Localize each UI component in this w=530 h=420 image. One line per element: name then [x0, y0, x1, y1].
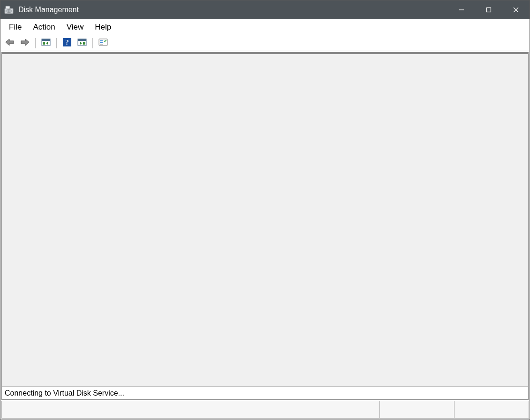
toolbar-separator	[56, 38, 57, 48]
minimize-button[interactable]	[448, 0, 475, 19]
volume-list-body	[2, 54, 528, 386]
toolbar-separator	[35, 38, 36, 48]
content-area: Connecting to Virtual Disk Service...	[0, 51, 530, 420]
back-button[interactable]	[3, 37, 16, 49]
svg-rect-21	[100, 40, 103, 41]
graphical-view-pane	[1, 401, 529, 419]
svg-rect-17	[78, 39, 86, 41]
svg-marker-8	[6, 39, 14, 46]
svg-rect-19	[83, 42, 85, 45]
details-view-icon	[77, 38, 87, 48]
menu-bar: File Action View Help	[0, 19, 530, 35]
close-button[interactable]	[502, 0, 530, 19]
properties-icon	[98, 38, 108, 47]
legend-cell-unallocated	[1, 401, 380, 419]
help-button[interactable]: ?	[61, 37, 74, 49]
window-controls	[448, 0, 530, 19]
volume-list-pane: Connecting to Virtual Disk Service...	[1, 52, 529, 400]
svg-rect-11	[42, 39, 50, 41]
forward-arrow-icon	[20, 38, 30, 48]
menu-view[interactable]: View	[61, 21, 90, 34]
app-icon	[4, 6, 14, 14]
forward-button[interactable]	[18, 37, 31, 49]
legend-cell-other	[454, 401, 529, 419]
svg-marker-9	[21, 39, 29, 46]
menu-help[interactable]: Help	[89, 21, 117, 34]
status-message: Connecting to Virtual Disk Service...	[5, 389, 124, 397]
svg-rect-3	[6, 6, 10, 9]
svg-text:?: ?	[65, 38, 69, 46]
details-view-button[interactable]	[76, 37, 89, 49]
maximize-button[interactable]	[475, 0, 502, 19]
toolbar: ?	[0, 35, 530, 51]
svg-rect-22	[100, 42, 103, 43]
toolbar-separator	[92, 38, 93, 48]
title-bar: Disk Management	[0, 0, 530, 19]
svg-point-2	[8, 10, 9, 11]
help-icon: ?	[62, 38, 72, 48]
legend-cell-primary	[379, 401, 454, 419]
menu-file[interactable]: File	[3, 21, 27, 34]
window-title: Disk Management	[18, 6, 79, 14]
svg-rect-23	[100, 44, 103, 45]
menu-action[interactable]: Action	[27, 21, 61, 34]
back-arrow-icon	[5, 38, 15, 48]
console-tree-icon	[41, 38, 51, 48]
svg-rect-5	[487, 8, 491, 12]
svg-rect-12	[43, 42, 45, 45]
show-hide-tree-button[interactable]	[39, 37, 53, 49]
app-window: Disk Management File Action View Help	[0, 0, 530, 420]
properties-button[interactable]	[97, 37, 110, 49]
status-bar: Connecting to Virtual Disk Service...	[2, 386, 528, 399]
